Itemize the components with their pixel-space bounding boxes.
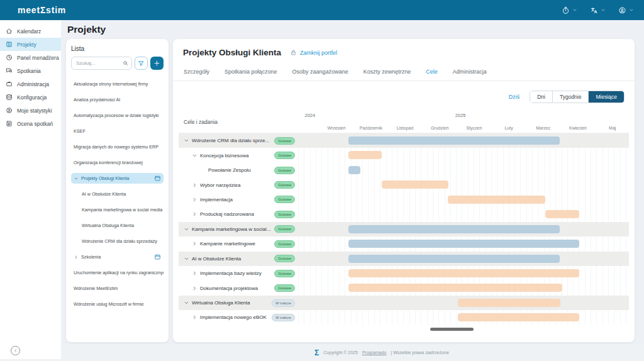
add-project-button[interactable] [150,57,164,70]
topbar: meetΣstim [0,0,644,20]
sidebar-item-label: Konfiguracja [17,94,47,101]
gantt-row-timeline [298,207,629,221]
search-input[interactable] [75,60,121,67]
status-badge: Gotowe [274,240,295,248]
language-icon [590,6,598,14]
chevron-right-icon [192,211,197,217]
view-mode-dni[interactable]: Dni [530,91,552,103]
status-badge: Gotowe [274,270,295,277]
list-item[interactable]: Wdrożenie CRM dla działu sprzedaży [71,233,164,249]
gantt-task-cell[interactable]: AI w Obsłudze KlientaGotowe [179,255,298,262]
footer-programado-link[interactable]: Programado [362,350,387,355]
topbar-account-menu[interactable] [618,6,634,14]
month-label: Grudzień [431,126,448,130]
chevron-right-icon [192,241,197,247]
gantt-bar[interactable] [382,181,448,189]
project-list-panel: Lista Aktualizacja strony internetowej f… [66,39,169,342]
gantt-bar[interactable] [348,166,360,174]
topbar-language-menu[interactable] [590,6,606,14]
list-item[interactable]: AI w Obsłudze Klienta [71,186,164,202]
list-item[interactable]: Organizacja konferencji branżowej [71,155,164,170]
gantt-task-cell[interactable]: Powołanie ZespołuGotowe [179,167,298,174]
list-item[interactable]: Analiza przydatności AI [71,92,164,108]
tab-administracja[interactable]: Administracja [453,69,487,75]
topbar-timer-menu[interactable] [562,6,577,14]
gantt-task-cell[interactable]: Kampanie marketingoweGotowe [179,240,298,248]
gantt-bar[interactable] [348,136,560,145]
tab-spotkania-po-czone[interactable]: Spotkania połączone [225,69,277,75]
tab-koszty-zewn-trzne[interactable]: Koszty zewnętrzne [364,69,411,75]
month-label: Maj [609,126,616,130]
gantt-task-cell[interactable]: Wirtualna Obsługa KlientaW trakcie [179,299,298,307]
list-item-portfolio[interactable]: Szkolenia [71,249,164,265]
gantt-task-cell[interactable]: ImplementacjaGotowe [179,196,298,203]
sidebar-item-label: Kalendarz [17,28,41,35]
gantt-bar[interactable] [458,299,560,307]
sidebar-item-panel-menadzera[interactable]: Panel menadżera [0,51,61,64]
tab-osoby-zaanga-owane[interactable]: Osoby zaangażowane [292,69,348,75]
sidebar-item-kalendarz[interactable]: Kalendarz [0,25,61,38]
today-button[interactable]: Dziś [509,94,520,100]
gantt-task-cell[interactable]: Wybór narzędzieaGotowe [179,181,298,189]
gantt-row: ImplementacjaGotowe [179,192,629,207]
list-item[interactable]: Kampania marketingowa w social media [71,202,164,218]
sidebar-item-moje-statystyki[interactable]: Moje statystyki [0,104,61,117]
list-item[interactable]: Wdrożenie usług Microsoft w firmie [71,296,164,312]
gantt-bar[interactable] [348,284,562,292]
filter-button[interactable] [135,57,148,70]
list-item[interactable]: Aktualizacja strony internetowej firmy [71,76,164,92]
gantt-bar[interactable] [348,240,579,248]
gantt-task-cell[interactable]: Kampania marketingowa w social...Gotowe [179,225,298,233]
gantt-task-cell[interactable]: Implementacja bazy wiedzyGotowe [179,270,298,277]
status-badge: Gotowe [274,181,295,189]
gantt-bar[interactable] [348,225,560,233]
gantt-bar[interactable] [348,269,579,277]
sidebar-item-spotkania[interactable]: Spotkania [0,64,61,77]
list-item[interactable]: Migracja danych do nowego systemu ERP [71,139,164,155]
gantt-task-name: AI w Obsłudze Klienta [192,256,272,262]
gantt-row: Powołanie ZespołuGotowe [179,163,629,177]
sidebar-item-ocena-spotkan[interactable]: Ocena spotkań [0,117,61,130]
sidebar-item-projekty[interactable]: Projekty [0,38,61,51]
gantt-task-cell[interactable]: Produckaj nadzorowanaGotowe [179,211,298,218]
month-label: Kwiecień [569,126,587,130]
list-item-label: Migracja danych do nowego systemu ERP [74,144,158,150]
gantt-bar[interactable] [458,313,579,321]
list-item[interactable]: Automatyzacja procesów w dziale logistyk… [71,108,164,123]
gantt-row-timeline [298,148,629,162]
list-item[interactable]: KSEF [71,123,164,139]
footer-sigma-logo: Σ [314,348,319,357]
list-item[interactable]: Wirtualna Obsługa Klienta [71,218,164,233]
gantt-bar[interactable] [348,151,382,159]
sidebar-item-konfiguracja[interactable]: Konfiguracja [0,91,61,104]
close-portfolio-link[interactable]: Zamknij portfel [290,49,337,56]
status-badge: Gotowe [274,167,295,174]
collapse-arrow-icon [13,348,18,353]
portfolio-icon [154,175,161,182]
view-mode-tygodnie[interactable]: Tygodnie [552,91,589,103]
gantt-bar[interactable] [545,210,579,218]
list-item-portfolio[interactable]: Projekty Obsługi Klienta [71,173,164,184]
footer-copyright: Copyright © 2025 [323,350,358,355]
list-item[interactable]: Wdrożenie MeetEstim [71,280,164,296]
view-mode-miesiące[interactable]: Miesiące [588,91,624,103]
sidebar-collapse-button[interactable] [11,346,20,355]
gantt-task-name: Wdrożenie CRM dla działu sprze... [192,138,272,143]
sidebar-item-administracja[interactable]: Administracja [0,77,61,91]
list-item-label: Organizacja konferencji branżowej [74,160,143,165]
gantt-task-cell[interactable]: Wdrożenie CRM dla działu sprze...Gotowe [179,137,298,145]
tab-cele[interactable]: Cele [426,69,438,75]
list-item-label: Projekty Obsługi Klienta [81,175,129,181]
portfolio-detail-panel: Projekty Obsługi Klienta Zamknij portfel… [173,39,635,342]
scrollbar-thumb[interactable] [430,328,473,331]
tab-szczeg-y[interactable]: Szczegóły [184,69,209,75]
gantt-bar[interactable] [348,255,560,263]
gantt-task-cell[interactable]: Koncepcja biznesowaGotowe [179,152,298,159]
gantt-bar[interactable] [448,196,545,204]
gantt-task-cell[interactable]: Dokumentacja projektowaGotowe [179,284,298,292]
list-item[interactable]: Uruchomienie aplikacji na rynku zagranic… [71,265,164,280]
gantt: Cele i zadania 20242025WrzesieńPaździern… [179,111,629,333]
chevron-right-icon [74,255,79,260]
gantt-task-cell[interactable]: Implementacja nowego eBOKW trakcie [179,314,298,321]
list-item-label: Analiza przydatności AI [74,97,120,103]
